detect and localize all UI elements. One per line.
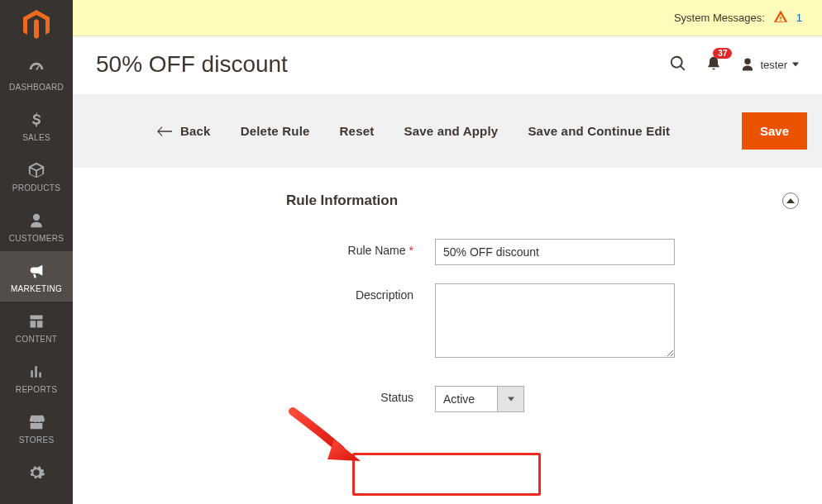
rule-name-input[interactable] [435, 239, 675, 265]
status-label: Status [96, 386, 435, 404]
status-row: Status Active [96, 386, 799, 412]
person-icon [28, 211, 45, 231]
description-textarea[interactable] [435, 283, 675, 358]
action-bar: Back Delete Rule Reset Save and Apply Sa… [73, 94, 822, 168]
nav-stores[interactable]: STORES [0, 402, 73, 453]
system-messages-bar[interactable]: System Messages: 1 [73, 0, 822, 36]
status-value: Active [435, 386, 498, 412]
user-name: tester [760, 59, 787, 71]
store-icon [27, 412, 45, 432]
delete-rule-button[interactable]: Delete Rule [241, 124, 310, 138]
save-button[interactable]: Save [742, 112, 807, 150]
nav-label: MARKETING [11, 284, 62, 293]
save-continue-button[interactable]: Save and Continue Edit [528, 124, 670, 138]
magento-logo-icon [23, 10, 50, 40]
gear-icon [27, 463, 45, 483]
layout-icon [28, 311, 45, 331]
page-header: 50% OFF discount 37 tester [73, 36, 822, 94]
magento-logo[interactable] [0, 0, 73, 50]
nav-label: CUSTOMERS [9, 234, 64, 243]
box-icon [27, 160, 45, 180]
save-apply-button[interactable]: Save and Apply [404, 124, 498, 138]
chevron-up-icon [786, 197, 795, 205]
collapse-section-button[interactable] [782, 193, 799, 209]
user-icon [740, 57, 755, 72]
reset-button[interactable]: Reset [340, 124, 375, 138]
status-select[interactable]: Active [435, 386, 524, 412]
chevron-down-icon [792, 61, 799, 68]
nav-reports[interactable]: REPORTS [0, 352, 73, 402]
warning-icon [773, 9, 788, 26]
description-row: Description [96, 283, 799, 358]
section-title: Rule Information [286, 193, 799, 209]
system-messages-count: 1 [796, 12, 802, 24]
nav-system[interactable] [0, 453, 73, 494]
nav-label: STORES [19, 435, 55, 445]
chevron-down-icon [508, 396, 514, 402]
admin-sidebar: DASHBOARD SALES PRODUCTS CUSTOMERS MARKE… [0, 0, 73, 504]
notifications-button[interactable]: 37 [705, 55, 722, 75]
nav-sales[interactable]: SALES [0, 100, 73, 150]
back-button[interactable]: Back [157, 124, 211, 138]
arrow-left-icon [157, 126, 172, 137]
user-menu[interactable]: tester [740, 57, 799, 72]
search-button[interactable] [669, 55, 687, 75]
rule-name-row: Rule Name* [96, 239, 799, 265]
system-messages-label: System Messages: [674, 12, 765, 24]
nav-label: PRODUCTS [12, 183, 61, 193]
main-content: System Messages: 1 50% OFF discount 37 t… [73, 0, 822, 504]
nav-content[interactable]: CONTENT [0, 302, 73, 352]
nav-label: SALES [22, 133, 50, 142]
nav-dashboard[interactable]: DASHBOARD [0, 50, 73, 100]
required-marker: * [409, 244, 413, 257]
status-dropdown-button[interactable] [498, 386, 524, 412]
nav-label: CONTENT [16, 335, 57, 344]
header-tools: 37 tester [669, 55, 799, 75]
rule-name-label: Rule Name* [96, 239, 435, 257]
nav-customers[interactable]: CUSTOMERS [0, 201, 73, 251]
search-icon [669, 55, 687, 73]
back-label: Back [180, 124, 211, 138]
nav-marketing[interactable]: MARKETING [0, 251, 73, 302]
page-title: 50% OFF discount [96, 51, 288, 78]
dashboard-icon [27, 59, 45, 79]
notifications-badge: 37 [713, 48, 732, 59]
dollar-icon [28, 110, 45, 130]
chart-icon [28, 362, 45, 382]
nav-label: DASHBOARD [9, 83, 64, 92]
nav-products[interactable]: PRODUCTS [0, 150, 73, 201]
nav-label: REPORTS [16, 385, 57, 394]
megaphone-icon [27, 261, 45, 281]
form-area: Rule Information Rule Name* Description … [73, 168, 822, 412]
description-label: Description [96, 283, 435, 302]
